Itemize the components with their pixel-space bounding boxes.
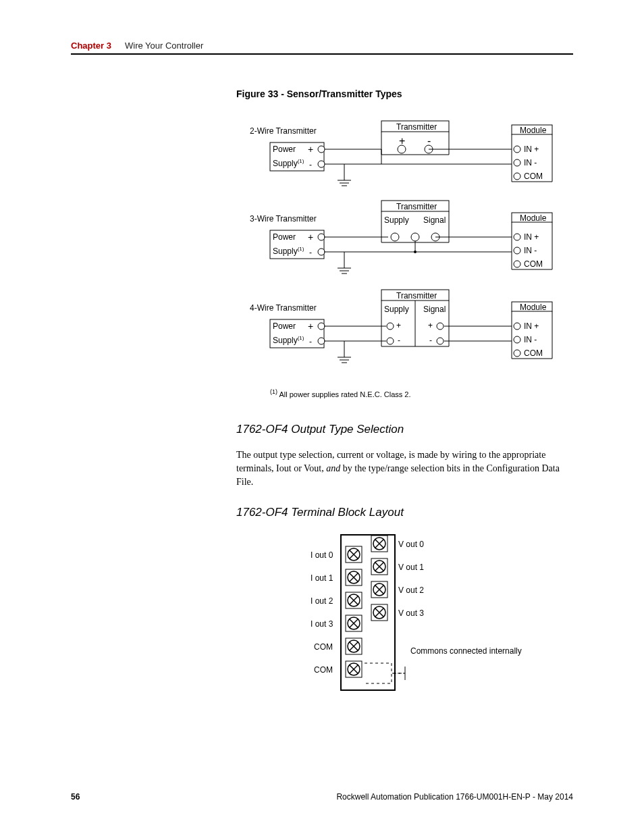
svg-point-2 [318,146,325,153]
publication-id: Rockwell Automation Publication 1766-UM0… [336,792,573,802]
module-inminus-a: IN - [524,158,537,167]
ps-minus-c: - [309,337,312,346]
ps-plus-a: + [308,144,313,155]
tb-right-1: V out 1 [398,563,424,572]
four-wire-signal: Signal [423,305,446,314]
tb-right-0: V out 0 [398,540,424,549]
section-tb-title: 1762-OF4 Terminal Block Layout [236,506,573,519]
svg-point-20 [514,146,520,153]
svg-point-69 [437,323,444,330]
tb-left-0: I out 0 [311,550,333,560]
chapter-title: Wire Your Controller [125,41,203,51]
three-wire-title: 3-Wire Transmitter [250,214,317,224]
svg-point-28 [318,249,325,255]
tb-right-3: V out 3 [398,608,424,618]
svg-point-21 [514,159,520,166]
three-wire-tx-label: Transmitter [396,202,437,211]
module-inplus-a: IN + [524,145,539,154]
four-sup-minus: - [398,336,400,345]
two-wire-tx-label: Transmitter [396,122,437,132]
module-com-b: COM [524,259,543,269]
four-wire-title: 4-Wire Transmitter [250,303,317,313]
terminal-block-diagram: I out 0 I out 1 I out 2 I out 3 COM COM … [304,531,574,700]
svg-point-55 [318,338,325,344]
header-rule [71,53,573,55]
power-label-2b: Supply(1) [273,246,304,256]
power-label-2a: Supply(1) [273,158,304,168]
power-label-1c: Power [273,321,296,331]
svg-point-54 [318,323,325,330]
module-inminus-c: IN - [524,335,537,344]
ps-plus-c: + [308,321,313,332]
two-wire-title: 2-Wire Transmitter [250,126,317,136]
four-wire-tx-label: Transmitter [396,291,437,301]
tb-right-2: V out 2 [398,585,424,595]
svg-point-68 [387,338,394,344]
module-inplus-b: IN + [524,232,539,242]
four-sig-minus: - [429,336,432,345]
svg-point-39 [391,233,399,241]
module-title-c: Module [520,303,546,312]
three-wire-signal: Signal [423,215,446,225]
svg-point-50 [514,234,520,240]
three-wire-supply: Supply [384,215,409,225]
two-wire-minus: - [427,135,431,147]
figure-caption: Figure 33 - Sensor/Transmitter Types [236,88,573,99]
four-sup-plus: + [396,321,401,330]
svg-point-77 [514,323,520,330]
tb-left-2: I out 2 [311,596,333,606]
power-label-1a: Power [273,145,296,154]
tb-left-1: I out 1 [311,573,333,583]
ps-minus-a: - [309,160,312,170]
terminal-block-svg [304,531,574,700]
power-label-1b: Power [273,232,296,242]
module-inminus-b: IN - [524,246,537,255]
figure-footnote: (1) All power supplies rated N.E.C. Clas… [270,388,573,398]
svg-point-40 [411,233,419,241]
svg-point-78 [514,336,520,343]
module-com-c: COM [524,348,543,358]
svg-point-22 [514,173,520,180]
page-number: 56 [71,792,80,802]
tb-note: Commons connected internally [410,646,522,656]
module-title-a: Module [520,126,546,135]
svg-point-52 [514,261,520,267]
tb-left-3: I out 3 [311,619,333,629]
chapter-label: Chapter 3 [71,41,111,51]
svg-point-70 [437,338,444,344]
tb-left-5: COM [314,665,333,675]
svg-point-79 [514,350,520,357]
svg-point-4 [318,161,325,167]
ps-minus-b: - [309,248,312,257]
svg-point-51 [514,247,520,254]
tb-left-4: COM [314,642,333,652]
module-inplus-c: IN + [524,321,539,331]
section-output-body: The output type selection, current or vo… [236,448,573,490]
module-title-b: Module [520,213,546,223]
svg-point-27 [318,234,325,240]
figure33-diagram: 2-Wire Transmitter Transmitter + - Power… [236,113,560,383]
two-wire-plus: + [399,135,405,147]
four-wire-supply: Supply [384,305,409,314]
four-sig-plus: + [428,321,433,330]
power-label-2c: Supply(1) [273,335,304,345]
ps-plus-b: + [308,232,313,242]
module-com-a: COM [524,172,543,181]
svg-point-67 [387,323,394,330]
section-output-title: 1762-OF4 Output Type Selection [236,423,573,436]
